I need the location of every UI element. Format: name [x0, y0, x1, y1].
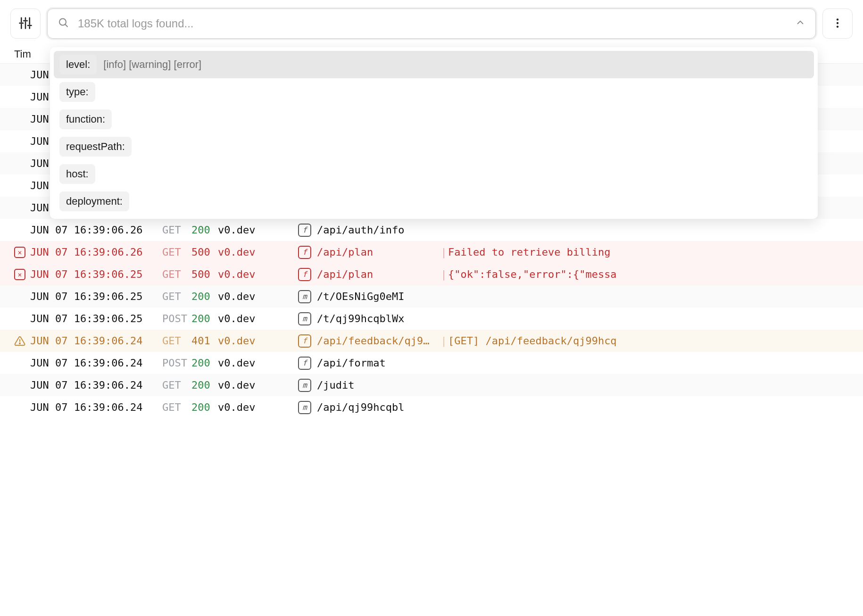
log-method: GET — [162, 289, 191, 304]
suggestion-item[interactable]: host: — [54, 160, 814, 188]
log-divider: | — [440, 266, 448, 282]
log-type-badge: m — [298, 290, 317, 303]
log-path: /api/plan — [317, 266, 440, 282]
log-row[interactable]: JUN 07 16:39:06.24GET200v0.devm/api/qj99… — [0, 396, 863, 418]
log-type-badge: f — [298, 268, 317, 281]
search-input[interactable] — [47, 8, 816, 39]
log-path: /t/OEsNiGg0eMI — [317, 289, 440, 304]
log-status: 200 — [191, 355, 218, 371]
log-method: GET — [162, 244, 191, 260]
chevron-up-icon[interactable] — [795, 17, 805, 30]
log-type-badge: f — [298, 246, 317, 259]
svg-point-12 — [837, 22, 838, 24]
log-host: v0.dev — [218, 333, 298, 349]
log-timestamp: JUN 07 16:39:06.26 — [30, 222, 162, 238]
svg-point-13 — [837, 25, 838, 27]
suggestion-key: host: — [59, 164, 95, 184]
suggestion-key: requestPath: — [59, 137, 132, 157]
log-path: /api/format — [317, 355, 440, 371]
log-host: v0.dev — [218, 355, 298, 371]
log-status: 200 — [191, 377, 218, 393]
log-row[interactable]: JUN 07 16:39:06.24GET401v0.devf/api/feed… — [0, 330, 863, 352]
sliders-icon — [18, 16, 33, 32]
log-type-badge: f — [298, 224, 317, 237]
log-host: v0.dev — [218, 244, 298, 260]
log-status: 500 — [191, 266, 218, 282]
suggestion-item[interactable]: function: — [54, 106, 814, 133]
log-message: Failed to retrieve billing — [448, 244, 856, 260]
suggestion-item[interactable]: level:[info] [warning] [error] — [54, 51, 814, 78]
svg-line-10 — [66, 25, 68, 27]
suggestion-item[interactable]: type: — [54, 78, 814, 106]
log-path: /api/plan — [317, 244, 440, 260]
log-status: 500 — [191, 244, 218, 260]
log-timestamp: JUN 07 16:39:06.25 — [30, 311, 162, 326]
log-row[interactable]: ✕JUN 07 16:39:06.26GET500v0.devf/api/pla… — [0, 241, 863, 263]
suggestion-key: type: — [59, 82, 95, 102]
log-message: {"ok":false,"error":{"messa — [448, 266, 856, 282]
log-host: v0.dev — [218, 311, 298, 326]
suggestion-key: deployment: — [59, 191, 129, 211]
log-path: /api/qj99hcqbl — [317, 400, 440, 415]
log-path: /api/auth/info — [317, 222, 440, 238]
log-level-icon — [14, 335, 30, 347]
log-timestamp: JUN 07 16:39:06.25 — [30, 289, 162, 304]
log-method: GET — [162, 377, 191, 393]
log-row[interactable]: ✕JUN 07 16:39:06.25GET500v0.devf/api/pla… — [0, 263, 863, 285]
log-type-badge: f — [298, 357, 317, 370]
log-host: v0.dev — [218, 289, 298, 304]
suggestion-hint: [info] [warning] [error] — [103, 58, 201, 71]
log-row[interactable]: JUN 07 16:39:06.26GET200v0.devf/api/auth… — [0, 219, 863, 241]
log-method: GET — [162, 333, 191, 349]
svg-point-15 — [19, 343, 20, 344]
log-level-icon: ✕ — [14, 269, 30, 280]
log-status: 200 — [191, 400, 218, 415]
log-timestamp: JUN 07 16:39:06.26 — [30, 244, 162, 260]
log-message: [GET] /api/feedback/qj99hcq — [448, 333, 856, 349]
log-row[interactable]: JUN 07 16:39:06.25GET200v0.devm/t/OEsNiG… — [0, 285, 863, 308]
log-timestamp: JUN 07 16:39:06.25 — [30, 266, 162, 282]
search-icon — [58, 17, 69, 31]
log-host: v0.dev — [218, 222, 298, 238]
log-row[interactable]: JUN 07 16:39:06.24GET200v0.devm/judit — [0, 374, 863, 396]
log-status: 200 — [191, 289, 218, 304]
log-type-badge: m — [298, 379, 317, 392]
log-row[interactable]: JUN 07 16:39:06.24POST200v0.devf/api/for… — [0, 352, 863, 374]
time-header-label: Tim — [14, 48, 31, 60]
log-host: v0.dev — [218, 377, 298, 393]
log-path: /judit — [317, 377, 440, 393]
log-level-icon: ✕ — [14, 247, 30, 258]
log-host: v0.dev — [218, 400, 298, 415]
log-status: 200 — [191, 311, 218, 326]
log-type-badge: f — [298, 334, 317, 348]
log-timestamp: JUN 07 16:39:06.24 — [30, 355, 162, 371]
log-divider: | — [440, 244, 448, 260]
more-button[interactable] — [822, 8, 853, 39]
suggestion-key: level: — [59, 55, 97, 75]
suggestion-item[interactable]: requestPath: — [54, 133, 814, 160]
log-method: POST — [162, 355, 191, 371]
log-timestamp: JUN 07 16:39:06.24 — [30, 400, 162, 415]
svg-point-11 — [837, 18, 838, 20]
search-suggestions-dropdown: level:[info] [warning] [error]type:funct… — [50, 47, 818, 219]
log-method: GET — [162, 266, 191, 282]
log-timestamp: JUN 07 16:39:06.24 — [30, 377, 162, 393]
log-row[interactable]: JUN 07 16:39:06.25POST200v0.devm/t/qj99h… — [0, 308, 863, 330]
filters-button[interactable] — [10, 8, 41, 39]
log-status: 401 — [191, 333, 218, 349]
log-type-badge: m — [298, 312, 317, 325]
log-path: /api/feedback/qj9… — [317, 333, 440, 349]
log-host: v0.dev — [218, 266, 298, 282]
log-method: POST — [162, 311, 191, 326]
more-vertical-icon — [831, 17, 844, 31]
log-method: GET — [162, 400, 191, 415]
log-divider: | — [440, 333, 448, 349]
log-method: GET — [162, 222, 191, 238]
search-wrap — [47, 8, 816, 39]
suggestion-key: function: — [59, 109, 112, 129]
suggestion-item[interactable]: deployment: — [54, 188, 814, 215]
topbar — [0, 0, 863, 43]
log-timestamp: JUN 07 16:39:06.24 — [30, 333, 162, 349]
log-type-badge: m — [298, 401, 317, 414]
log-path: /t/qj99hcqblWx — [317, 311, 440, 326]
